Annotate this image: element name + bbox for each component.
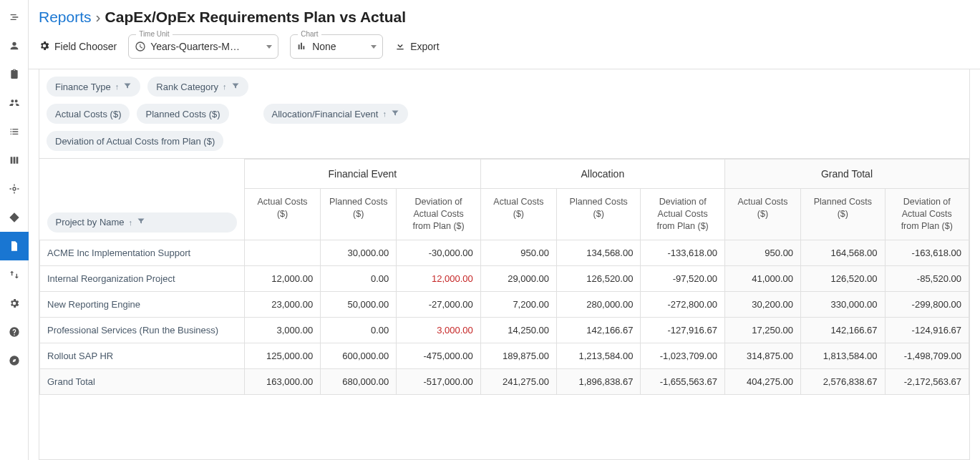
cell-value: 14,250.00 xyxy=(480,317,556,343)
breadcrumb-root-link[interactable]: Reports xyxy=(39,9,92,26)
download-icon xyxy=(394,40,406,54)
chip-label: Rank Category xyxy=(156,82,218,92)
table-row[interactable]: Internal Reorganization Project12,000.00… xyxy=(40,265,969,291)
chart-type-select[interactable]: Chart None xyxy=(290,34,383,59)
row-label: Internal Reorganization Project xyxy=(40,265,245,291)
col-header[interactable]: Planned Costs ($) xyxy=(321,189,397,240)
col-header[interactable]: Planned Costs ($) xyxy=(557,189,641,240)
grand-total-row[interactable]: Grand Total163,000.00680,000.00-517,000.… xyxy=(40,368,969,394)
row-label: New Reporting Engine xyxy=(40,291,245,317)
table-row[interactable]: Professional Services (Run the Business)… xyxy=(40,317,969,343)
export-button[interactable]: Export xyxy=(394,40,439,54)
cell-value: 330,000.00 xyxy=(801,291,885,317)
table-row[interactable]: New Reporting Engine23,000.0050,000.00-2… xyxy=(40,291,969,317)
cell-value: -85,520.00 xyxy=(885,265,969,291)
cell-value: 0.00 xyxy=(321,265,397,291)
breadcrumb-separator: › xyxy=(96,9,101,26)
cell-value: 404,275.00 xyxy=(724,368,800,394)
filter-icon xyxy=(123,82,132,92)
cell-value: 41,000.00 xyxy=(724,265,800,291)
nav-menu-icon[interactable] xyxy=(0,3,29,31)
cell-value: -30,000.00 xyxy=(397,240,480,265)
chip-row-dimension[interactable]: Project by Name ↑ xyxy=(47,212,237,233)
cell-value: -27,000.00 xyxy=(397,291,480,317)
cell-value: 164,568.00 xyxy=(801,240,885,265)
cell-value: 23,000.00 xyxy=(244,291,320,317)
row-label: Rollout SAP HR xyxy=(40,343,245,368)
nav-columns-icon[interactable] xyxy=(0,146,29,175)
cell-value: 17,250.00 xyxy=(724,317,800,343)
nav-settings-icon[interactable] xyxy=(0,289,29,318)
clock-icon xyxy=(135,41,146,52)
nav-list-icon[interactable] xyxy=(0,117,29,146)
chip-label: Planned Costs ($) xyxy=(145,109,220,119)
sort-asc-icon: ↑ xyxy=(115,82,120,91)
nav-help-icon[interactable] xyxy=(0,318,29,346)
nav-target-icon[interactable] xyxy=(0,175,29,203)
sort-asc-icon: ↑ xyxy=(129,218,133,227)
cell-value: 3,000.00 xyxy=(397,317,480,343)
cell-value: 2,576,838.67 xyxy=(801,368,885,394)
cell-value: 280,000.00 xyxy=(557,291,641,317)
chip-actual-costs[interactable]: Actual Costs ($) xyxy=(47,104,130,124)
nav-clipboard-icon[interactable] xyxy=(0,60,29,89)
export-label: Export xyxy=(410,41,439,52)
row-header-corner: Project by Name ↑ xyxy=(40,160,245,240)
col-header[interactable]: Actual Costs ($) xyxy=(724,189,800,240)
chip-planned-costs[interactable]: Planned Costs ($) xyxy=(137,104,228,124)
cell-value: 1,813,584.00 xyxy=(801,343,885,368)
cell-value: 1,213,584.00 xyxy=(557,343,641,368)
left-nav xyxy=(0,0,29,460)
nav-diamond-icon[interactable] xyxy=(0,203,29,232)
cell-value: -1,023,709.00 xyxy=(641,343,724,368)
sort-asc-icon: ↑ xyxy=(223,82,227,91)
col-header[interactable]: Deviation of Actual Costs from Plan ($) xyxy=(641,189,724,240)
nav-transfer-icon[interactable] xyxy=(0,260,29,289)
cell-value: -127,916.67 xyxy=(641,317,724,343)
time-unit-select[interactable]: Time Unit Years-Quarters-M… xyxy=(128,34,278,59)
col-header[interactable]: Deviation of Actual Costs from Plan ($) xyxy=(885,189,969,240)
cell-value: 950.00 xyxy=(724,240,800,265)
cell-value: 0.00 xyxy=(321,317,397,343)
cell-value: 30,200.00 xyxy=(724,291,800,317)
nav-group-icon[interactable] xyxy=(0,89,29,117)
cell-value: 241,275.00 xyxy=(480,368,556,394)
col-group-allocation[interactable]: Allocation xyxy=(480,160,724,189)
chip-deviation[interactable]: Deviation of Actual Costs from Plan ($) xyxy=(47,131,223,151)
cell-value: 142,166.67 xyxy=(557,317,641,343)
col-group-financial-event[interactable]: Financial Event xyxy=(244,160,480,189)
nav-compass-icon[interactable] xyxy=(0,346,29,375)
cell-value: 314,875.00 xyxy=(724,343,800,368)
chip-label: Deviation of Actual Costs from Plan ($) xyxy=(55,136,215,147)
col-header[interactable]: Planned Costs ($) xyxy=(801,189,885,240)
bar-chart-icon xyxy=(296,41,308,52)
nav-document-icon[interactable] xyxy=(0,232,29,260)
col-header[interactable]: Actual Costs ($) xyxy=(244,189,320,240)
pivot-grid[interactable]: Project by Name ↑ Financial Event Alloca… xyxy=(39,159,970,460)
cell-value: -1,655,563.67 xyxy=(641,368,724,394)
filter-icon xyxy=(231,82,240,92)
pivot-config-panel: Finance Type↑Rank Category↑ Actual Costs… xyxy=(39,69,970,159)
chip-alloc-fin-event[interactable]: Allocation/Financial Event↑ xyxy=(263,104,408,124)
cell-value: 600,000.00 xyxy=(321,343,397,368)
row-label: Grand Total xyxy=(40,368,245,394)
chevron-down-icon xyxy=(266,45,272,49)
cell-value: 680,000.00 xyxy=(321,368,397,394)
chip-label: Project by Name xyxy=(56,217,125,227)
chip-finance-type[interactable]: Finance Type↑ xyxy=(47,77,140,97)
table-row[interactable]: ACME Inc Implementation Support30,000.00… xyxy=(40,240,969,265)
field-chooser-button[interactable]: Field Chooser xyxy=(39,40,117,54)
time-unit-select-value: Years-Quarters-M… xyxy=(150,41,240,52)
cell-value: -133,618.00 xyxy=(641,240,724,265)
filter-chip-row: Finance Type↑Rank Category↑ xyxy=(39,69,969,104)
table-row[interactable]: Rollout SAP HR125,000.00600,000.00-475,0… xyxy=(40,343,969,368)
chip-rank-category[interactable]: Rank Category↑ xyxy=(147,77,248,97)
pivot-table: Project by Name ↑ Financial Event Alloca… xyxy=(39,159,969,395)
col-group-grand-total[interactable]: Grand Total xyxy=(724,160,969,189)
main-area: Reports › CapEx/OpEx Requirements Plan v… xyxy=(29,0,980,460)
toolbar: Field Chooser Time Unit Years-Quarters-M… xyxy=(29,31,980,69)
col-header[interactable]: Deviation of Actual Costs from Plan ($) xyxy=(397,189,480,240)
nav-users-icon[interactable] xyxy=(0,31,29,60)
col-header[interactable]: Actual Costs ($) xyxy=(480,189,556,240)
cell-value: 50,000.00 xyxy=(321,291,397,317)
